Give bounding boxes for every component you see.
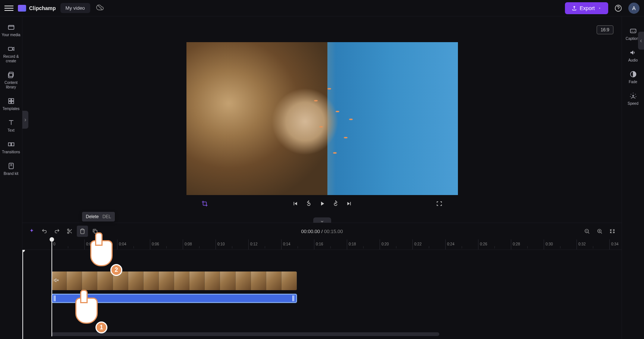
ruler-tick: 0:08 — [183, 239, 192, 249]
templates-icon — [7, 97, 15, 105]
sidebar-record-create[interactable]: Record & create — [0, 41, 22, 67]
library-icon — [7, 71, 15, 79]
svg-rect-8 — [9, 101, 11, 104]
cloud-sync-icon[interactable] — [96, 4, 104, 13]
left-sidebar: Your media Record & create Content libra… — [0, 16, 22, 339]
clipchamp-logo-icon — [18, 5, 26, 12]
collapse-right-panel[interactable]: ‹ — [638, 32, 644, 50]
svg-point-14 — [67, 232, 69, 233]
sidebar-text[interactable]: Text — [0, 115, 22, 136]
ruler-tick: 0:32 — [577, 239, 585, 249]
svg-rect-6 — [9, 98, 11, 101]
svg-rect-18 — [630, 29, 636, 33]
svg-rect-12 — [9, 163, 13, 169]
timeline-scrollbar[interactable] — [51, 332, 439, 336]
export-label: Export — [580, 5, 595, 11]
crop-button[interactable] — [201, 200, 208, 207]
svg-rect-2 — [8, 25, 14, 29]
skip-start-button[interactable] — [292, 200, 299, 207]
chevron-down-icon — [598, 6, 601, 10]
ruler-tick: 0:16 — [314, 239, 323, 249]
timeline-section: Delete DEL 00:00.00 / 00:15.00 — [22, 223, 622, 339]
svg-rect-9 — [11, 101, 13, 104]
skip-end-button[interactable] — [346, 200, 352, 207]
ruler-tick: 0:18 — [347, 239, 356, 249]
ruler-tick: 0:20 — [380, 239, 389, 249]
ruler-tick: 0:14 — [281, 239, 290, 249]
text-icon — [7, 119, 15, 127]
ruler-tick: 0:28 — [511, 239, 520, 249]
preview-area: 16:9 — [22, 16, 622, 223]
app-name: Clipchamp — [29, 5, 56, 11]
zoom-out-button[interactable] — [581, 226, 593, 237]
brand-icon — [7, 162, 15, 170]
tooltip-shortcut: DEL — [103, 214, 111, 219]
ruler-tick: 0:34 — [609, 239, 618, 249]
delete-tooltip: Delete DEL — [82, 212, 115, 222]
total-time: 00:15.00 — [324, 229, 343, 234]
annotation-pointer-1: 1 — [75, 298, 105, 331]
delete-button[interactable] — [77, 226, 88, 237]
zoom-fit-button[interactable] — [607, 226, 618, 237]
tooltip-label: Delete — [86, 214, 99, 219]
ruler-tick: 0:10 — [216, 239, 224, 249]
current-time: 00:00.00 — [301, 229, 320, 234]
svg-rect-10 — [8, 143, 11, 146]
user-avatar[interactable]: A — [628, 3, 640, 14]
ruler-tick: 0:24 — [445, 239, 454, 249]
playhead[interactable] — [22, 250, 23, 339]
folder-icon — [7, 23, 15, 31]
clip-trim-left[interactable] — [54, 295, 56, 301]
playback-bar — [22, 195, 622, 212]
project-title[interactable]: My video — [60, 3, 90, 13]
sidebar-speed[interactable]: Speed — [622, 88, 644, 110]
right-sidebar: ‹ Captions Audio Fade Speed — [622, 16, 644, 339]
clip-trim-right[interactable] — [292, 295, 295, 301]
svg-rect-3 — [8, 47, 12, 50]
play-button[interactable] — [319, 200, 326, 207]
sidebar-your-media[interactable]: Your media — [0, 19, 22, 41]
svg-rect-11 — [11, 143, 14, 146]
playhead[interactable] — [51, 239, 52, 336]
help-button[interactable] — [613, 3, 624, 14]
transitions-icon — [7, 140, 15, 148]
annotation-pointer-2: 2 — [90, 240, 120, 274]
rewind-button[interactable] — [305, 200, 312, 207]
hamburger-menu[interactable] — [4, 4, 13, 13]
speed-icon — [629, 92, 637, 100]
audio-icon — [629, 48, 637, 57]
ruler-tick: 0:06 — [150, 239, 159, 249]
captions-icon — [629, 27, 637, 35]
timeline-toolbar: Delete DEL 00:00.00 / 00:15.00 — [22, 223, 622, 239]
magic-button[interactable] — [26, 226, 37, 237]
ruler-tick: 0:12 — [248, 239, 257, 249]
svg-point-13 — [67, 229, 69, 230]
export-button[interactable]: Export — [565, 2, 608, 14]
aspect-ratio-badge[interactable]: 16:9 — [597, 25, 613, 34]
undo-button[interactable] — [39, 226, 50, 237]
app-header: Clipchamp My video Export A — [0, 0, 644, 16]
svg-line-0 — [97, 5, 102, 10]
ruler-tick: 0:30 — [544, 239, 553, 249]
collapse-timeline-panel[interactable]: ⌄ — [313, 217, 331, 223]
sidebar-fade[interactable]: Fade — [622, 66, 644, 88]
timecode-display: 00:00.00 / 00:15.00 — [301, 229, 343, 234]
fullscreen-button[interactable] — [436, 200, 443, 207]
sidebar-brand-kit[interactable]: Brand kit — [0, 158, 22, 180]
sidebar-templates[interactable]: Templates — [0, 93, 22, 115]
forward-button[interactable] — [332, 200, 339, 207]
sidebar-content-library[interactable]: Content library — [0, 67, 22, 93]
zoom-in-button[interactable] — [594, 226, 605, 237]
ruler-tick: 0:26 — [478, 239, 487, 249]
sidebar-transitions[interactable]: Transitions — [0, 136, 22, 158]
redo-button[interactable] — [51, 226, 63, 237]
clip-mute-icon[interactable] — [54, 278, 59, 284]
app-logo[interactable]: Clipchamp — [18, 5, 56, 12]
camera-icon — [7, 45, 15, 53]
split-button[interactable] — [64, 226, 75, 237]
svg-rect-7 — [11, 98, 13, 101]
video-preview[interactable] — [186, 42, 458, 195]
fade-icon — [629, 70, 637, 78]
video-clip[interactable] — [51, 271, 297, 290]
ruler-tick: 0:22 — [412, 239, 421, 249]
